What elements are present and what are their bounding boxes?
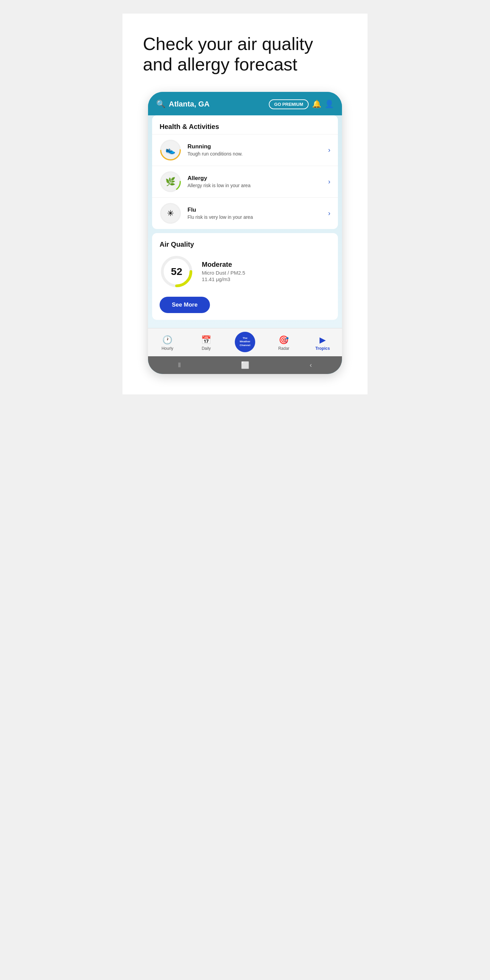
nav-item-daily[interactable]: 📅 Daily — [196, 335, 216, 351]
bell-icon[interactable]: 🔔 — [312, 100, 321, 108]
user-icon[interactable]: 👤 — [325, 100, 334, 108]
bottom-nav: 🕐 Hourly 📅 Daily TheWeatherChannel 🎯 Rad… — [148, 328, 342, 356]
phone-frame: 🔍 Atlanta, GA GO PREMIUM 🔔 👤 Health & Ac… — [148, 92, 342, 374]
air-quality-info: Moderate Micro Dust / PM2.5 11.41 μg/m3 — [202, 261, 245, 282]
allergy-icon: 🌿 — [161, 172, 180, 191]
phone-content: Health & Activities 👟 Running Tough run … — [148, 115, 342, 328]
flu-icon: ✳ — [161, 204, 180, 223]
air-quality-sublabel: Micro Dust / PM2.5 — [202, 270, 245, 275]
running-icon: 👟 — [161, 141, 180, 159]
android-home-icon[interactable]: ⬜ — [241, 361, 250, 369]
radar-icon: 🎯 — [279, 335, 289, 345]
tropics-icon: ▶ — [320, 335, 326, 345]
allergy-icon-wrap: 🌿 — [159, 171, 181, 192]
headline: Check your air quality and allergy forec… — [123, 14, 368, 92]
running-info: Running Tough run conditions now. — [188, 143, 328, 156]
flu-name: Flu — [188, 207, 328, 213]
air-quality-gauge: 52 — [159, 255, 194, 288]
flu-info: Flu Flu risk is very low in your area — [188, 207, 328, 220]
running-desc: Tough run conditions now. — [188, 151, 328, 156]
nav-item-weather-channel[interactable]: TheWeatherChannel — [235, 332, 255, 354]
health-activities-card: Health & Activities 👟 Running Tough run … — [152, 115, 338, 229]
nav-item-radar[interactable]: 🎯 Radar — [274, 335, 294, 351]
running-icon-wrap: 👟 — [159, 139, 181, 161]
calendar-icon: 📅 — [201, 335, 211, 345]
phone-topbar: 🔍 Atlanta, GA GO PREMIUM 🔔 👤 — [148, 92, 342, 115]
health-activities-title: Health & Activities — [152, 115, 338, 134]
search-icon[interactable]: 🔍 — [156, 100, 165, 108]
radar-label: Radar — [278, 346, 290, 351]
go-premium-button[interactable]: GO PREMIUM — [269, 99, 309, 109]
daily-label: Daily — [202, 346, 211, 351]
air-quality-body: 52 Moderate Micro Dust / PM2.5 11.41 μg/… — [159, 255, 331, 288]
clock-icon: 🕐 — [162, 335, 172, 345]
location-text[interactable]: Atlanta, GA — [169, 100, 266, 108]
flu-row[interactable]: ✳ Flu Flu risk is very low in your area … — [152, 197, 338, 229]
allergy-row[interactable]: 🌿 Allergy Allergy risk is low in your ar… — [152, 166, 338, 197]
air-quality-card: Air Quality 52 Moderate Micro Dust / PM2… — [152, 233, 338, 320]
android-navbar: ⦀ ⬜ ‹ — [148, 356, 342, 374]
allergy-chevron: › — [328, 178, 331, 185]
flu-chevron: › — [328, 209, 331, 217]
page-wrapper: Check your air quality and allergy forec… — [123, 14, 368, 395]
see-more-button[interactable]: See More — [159, 297, 210, 313]
flu-desc: Flu risk is very low in your area — [188, 215, 328, 220]
hourly-label: Hourly — [162, 346, 173, 351]
running-name: Running — [188, 143, 328, 150]
android-menu-icon[interactable]: ⦀ — [178, 361, 181, 369]
air-quality-title: Air Quality — [159, 240, 331, 248]
flu-icon-wrap: ✳ — [159, 202, 181, 224]
running-row[interactable]: 👟 Running Tough run conditions now. › — [152, 134, 338, 166]
tropics-label: Tropics — [315, 346, 330, 351]
allergy-desc: Allergy risk is low in your area — [188, 183, 328, 188]
running-chevron: › — [328, 146, 331, 154]
nav-item-hourly[interactable]: 🕐 Hourly — [157, 335, 178, 351]
android-back-icon[interactable]: ‹ — [310, 361, 312, 369]
headline-line2: and allergy forecast — [143, 54, 298, 74]
weather-channel-button[interactable]: TheWeatherChannel — [235, 332, 255, 352]
allergy-name: Allergy — [188, 175, 328, 182]
nav-item-tropics[interactable]: ▶ Tropics — [312, 335, 333, 351]
air-quality-label: Moderate — [202, 261, 245, 269]
air-quality-section: Air Quality 52 Moderate Micro Dust / PM2… — [152, 233, 338, 320]
allergy-info: Allergy Allergy risk is low in your area — [188, 175, 328, 188]
air-quality-value: 11.41 μg/m3 — [202, 276, 245, 282]
headline-line1: Check your air quality — [143, 34, 313, 54]
air-quality-number: 52 — [171, 266, 182, 277]
